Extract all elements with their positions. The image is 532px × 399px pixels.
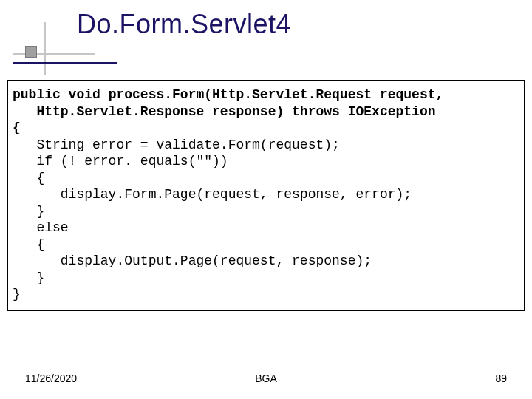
decor-vertical-line [44, 22, 46, 75]
code-text: { [13, 237, 44, 252]
code-text: if (! error. equals("")) [13, 154, 228, 168]
code-text: { [13, 120, 21, 135]
slide: Do.Form.Servlet4 public void process.For… [0, 0, 532, 399]
code-text: process.Form(Http.Servlet.Request reques… [100, 87, 443, 102]
title-area: Do.Form.Servlet4 [0, 9, 532, 40]
code-block: public void process.Form(Http.Servlet.Re… [13, 86, 519, 303]
code-text: display.Output.Page(request, response); [13, 253, 372, 268]
code-kw: throws [292, 104, 340, 119]
code-kw: public void [13, 87, 100, 102]
code-text: display.Form.Page(request, response, err… [13, 187, 412, 202]
decor-square-icon [25, 46, 37, 58]
code-text: Http.Servlet.Response response) [13, 104, 292, 119]
code-text: } [13, 204, 44, 219]
code-text: IOException [340, 104, 436, 119]
code-text: else [13, 220, 69, 235]
footer-page-number: 89 [495, 372, 507, 384]
slide-title: Do.Form.Servlet4 [77, 9, 532, 40]
code-text: { [13, 171, 44, 185]
decor-dark-line [13, 62, 117, 64]
code-box: public void process.Form(Http.Servlet.Re… [7, 80, 525, 311]
code-text: } [13, 287, 21, 301]
code-text: String error = validate.Form(request); [13, 137, 340, 152]
code-text: } [13, 270, 44, 285]
footer-center: BGA [0, 372, 532, 384]
